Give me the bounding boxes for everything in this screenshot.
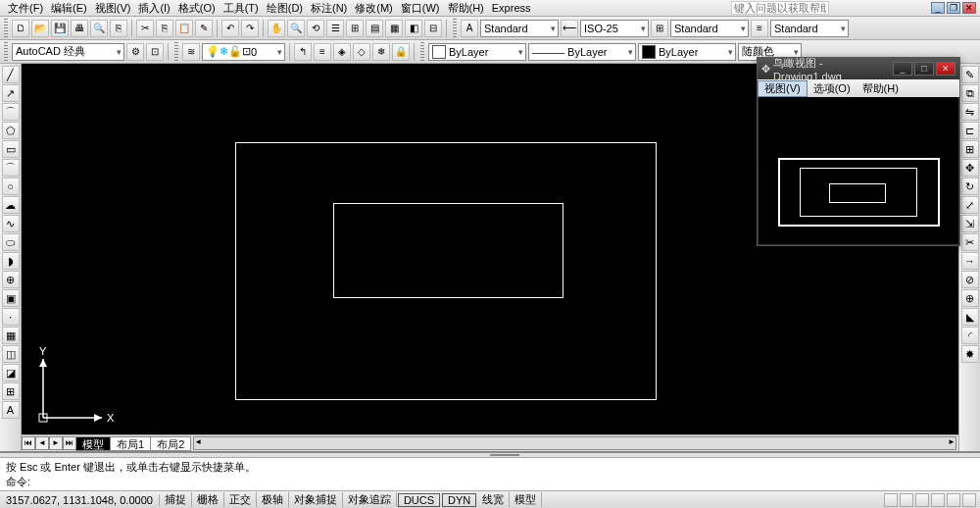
birdview-titlebar[interactable]: ✥ 鸟瞰视图 - Drawing1.dwg _ □ ✕ <box>758 58 959 79</box>
dim-style-combo[interactable]: ISO-25 <box>580 20 649 37</box>
layer-state-icon[interactable]: ≡ <box>314 43 331 61</box>
bv-menu-options[interactable]: 选项(O) <box>808 81 857 96</box>
redo-icon[interactable]: ↷ <box>241 20 259 37</box>
dcenter-icon[interactable]: ⊞ <box>346 20 364 37</box>
layer-frz-icon[interactable]: ❄ <box>372 43 390 61</box>
ortho-toggle[interactable]: 正交 <box>224 492 257 507</box>
ellipse-icon[interactable]: ⬭ <box>2 233 20 251</box>
toolbar-grip[interactable] <box>453 19 457 38</box>
line-icon[interactable]: ╱ <box>2 66 20 83</box>
menu-express[interactable]: Express <box>488 2 535 14</box>
tray-icon[interactable] <box>900 493 913 507</box>
hscrollbar[interactable] <box>193 436 956 450</box>
restore-button[interactable]: ❐ <box>947 2 960 14</box>
copy-icon[interactable]: ⎘ <box>156 20 173 37</box>
textstyle-icon[interactable]: A <box>461 20 478 37</box>
menu-format[interactable]: 格式(O) <box>174 1 220 16</box>
insert-icon[interactable]: ⊕ <box>2 271 20 288</box>
layer-iso-icon[interactable]: ◈ <box>333 43 351 61</box>
menu-view[interactable]: 视图(V) <box>91 1 135 16</box>
model-toggle[interactable]: 模型 <box>510 492 542 507</box>
array-icon[interactable]: ⊞ <box>961 140 979 158</box>
polar-toggle[interactable]: 极轴 <box>257 492 289 507</box>
tab-layout1[interactable]: 布局1 <box>110 436 151 451</box>
pan-icon[interactable]: ✋ <box>268 20 285 37</box>
menu-edit[interactable]: 编辑(E) <box>47 1 91 16</box>
rotate-icon[interactable]: ↻ <box>961 178 979 195</box>
cut-icon[interactable]: ✂ <box>136 20 154 37</box>
fillet-icon[interactable]: ◜ <box>961 327 979 344</box>
erase-icon[interactable]: ✎ <box>961 66 979 83</box>
circle-icon[interactable]: ○ <box>2 178 20 195</box>
menu-modify[interactable]: 修改(M) <box>351 1 397 16</box>
layer-lck-icon[interactable]: 🔒 <box>392 43 410 61</box>
gradient-icon[interactable]: ◫ <box>2 345 20 363</box>
offset-icon[interactable]: ⊏ <box>961 122 979 139</box>
join-icon[interactable]: ⊕ <box>961 289 979 307</box>
move-icon[interactable]: ✥ <box>961 159 979 177</box>
undo-icon[interactable]: ↶ <box>221 20 239 37</box>
chamfer-icon[interactable]: ◣ <box>961 308 979 326</box>
ws-settings-icon[interactable]: ⚙ <box>126 43 144 61</box>
dyn-toggle[interactable]: DYN <box>442 493 476 507</box>
coordinate-display[interactable]: 3157.0627, 1131.1048, 0.0000 <box>0 494 160 506</box>
tab-prev-button[interactable]: ◄ <box>35 436 49 450</box>
bv-menu-view[interactable]: 视图(V) <box>758 80 808 97</box>
workspace-combo[interactable]: AutoCAD 经典 <box>12 43 124 61</box>
xline-icon[interactable]: ↗ <box>2 84 20 102</box>
menu-tools[interactable]: 工具(T) <box>220 1 263 16</box>
calc-icon[interactable]: ⊟ <box>424 20 442 37</box>
toolbar-grip[interactable] <box>4 19 8 38</box>
extend-icon[interactable]: → <box>961 252 979 270</box>
trim-icon[interactable]: ✂ <box>961 233 979 251</box>
block-icon[interactable]: ▣ <box>2 289 20 307</box>
hatch-icon[interactable]: ▦ <box>2 327 20 344</box>
tab-next-button[interactable]: ► <box>49 436 63 450</box>
sheet-icon[interactable]: ▦ <box>385 20 403 37</box>
paste-icon[interactable]: 📋 <box>175 20 193 37</box>
table-style-combo[interactable]: Standard <box>670 20 749 37</box>
command-prompt[interactable]: 命令: <box>6 475 974 489</box>
minimize-button[interactable]: _ <box>931 2 945 14</box>
menu-dimension[interactable]: 标注(N) <box>307 1 351 16</box>
birdview-window[interactable]: ✥ 鸟瞰视图 - Drawing1.dwg _ □ ✕ 视图(V) 选项(O) … <box>757 57 960 246</box>
mlstyle-icon[interactable]: ≡ <box>751 20 768 37</box>
menu-draw[interactable]: 绘图(D) <box>263 1 307 16</box>
bv-maximize-button[interactable]: □ <box>914 62 934 76</box>
menu-help[interactable]: 帮助(H) <box>444 1 488 16</box>
toolbar-grip[interactable] <box>174 42 178 62</box>
menu-file[interactable]: 文件(F) <box>4 1 47 16</box>
table-icon[interactable]: ⊞ <box>2 382 20 400</box>
layer-off-icon[interactable]: ◇ <box>353 43 370 61</box>
zoom-icon[interactable]: 🔍 <box>287 20 305 37</box>
osnap-toggle[interactable]: 对象捕捉 <box>289 492 343 507</box>
explode-icon[interactable]: ✸ <box>961 345 979 363</box>
pline-icon[interactable]: ⌒ <box>2 103 20 121</box>
stretch-icon[interactable]: ⇲ <box>961 215 979 232</box>
tablestyle-icon[interactable]: ⊞ <box>651 20 668 37</box>
properties-icon[interactable]: ☰ <box>326 20 344 37</box>
rectangle-icon[interactable]: ▭ <box>2 140 20 158</box>
help-search-input[interactable] <box>731 1 829 15</box>
spline-icon[interactable]: ∿ <box>2 215 20 232</box>
toolbar-grip[interactable] <box>4 42 8 62</box>
revcloud-icon[interactable]: ☁ <box>2 196 20 214</box>
print-icon[interactable]: 🖶 <box>71 20 88 37</box>
point-icon[interactable]: · <box>2 308 20 326</box>
markup-icon[interactable]: ◧ <box>405 20 422 37</box>
open-icon[interactable]: 📂 <box>31 20 49 37</box>
layer-combo[interactable]: 💡❄🔓⊡ 0 <box>202 43 285 61</box>
grid-toggle[interactable]: 栅格 <box>192 492 224 507</box>
tab-layout2[interactable]: 布局2 <box>150 436 191 451</box>
mtext-icon[interactable]: A <box>2 401 20 419</box>
layer-prev-icon[interactable]: ↰ <box>294 43 312 61</box>
bv-close-button[interactable]: ✕ <box>936 62 956 76</box>
ws-save-icon[interactable]: ⊡ <box>146 43 164 61</box>
text-style-combo[interactable]: Standard <box>480 20 559 37</box>
tray-icon[interactable] <box>884 493 898 507</box>
close-button[interactable]: ✕ <box>962 2 976 14</box>
arc-icon[interactable]: ⌒ <box>2 159 20 177</box>
tray-icon[interactable] <box>947 493 960 507</box>
match-icon[interactable]: ✎ <box>195 20 213 37</box>
ducs-toggle[interactable]: DUCS <box>398 493 440 507</box>
